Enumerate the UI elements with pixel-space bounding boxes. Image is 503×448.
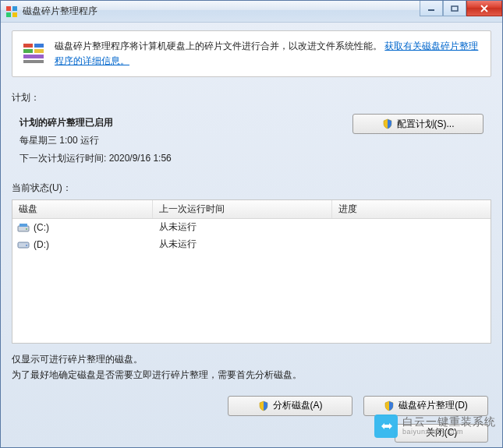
header-lastrun[interactable]: 上一次运行时间 (153, 200, 332, 218)
info-panel: 磁盘碎片整理程序将计算机硬盘上的碎片文件进行合并，以改进文件系统性能。 获取有关… (12, 30, 491, 77)
svg-rect-9 (34, 49, 44, 53)
svg-rect-13 (19, 224, 27, 227)
defragment-disk-button[interactable]: 磁盘碎片整理(D) (363, 396, 488, 416)
svg-rect-7 (34, 44, 44, 48)
disk-name: (D:) (34, 239, 49, 250)
titlebar[interactable]: 磁盘碎片整理程序 (1, 1, 502, 23)
schedule-frequency: 每星期三 1:00 运行 (19, 132, 172, 150)
watermark-logo-icon (374, 414, 398, 438)
maximize-button[interactable] (443, 1, 466, 16)
svg-rect-1 (12, 6, 17, 11)
watermark-main: 白云一键重装系统 (402, 416, 496, 428)
disk-name: (C:) (34, 222, 49, 233)
maximize-icon (451, 5, 459, 12)
analyze-button-label: 分析磁盘(A) (273, 399, 323, 412)
client-area: 磁盘碎片整理程序将计算机硬盘上的碎片文件进行合并，以改进文件系统性能。 获取有关… (1, 23, 502, 448)
table-row[interactable]: (C:) 从未运行 (12, 219, 491, 236)
shield-icon (258, 400, 269, 411)
schedule-section: 计划的碎片整理已启用 每星期三 1:00 运行 下一次计划运行时间: 2020/… (12, 114, 491, 167)
close-window-button[interactable] (466, 1, 502, 16)
schedule-label: 计划： (12, 91, 491, 104)
info-text: 磁盘碎片整理程序将计算机硬盘上的碎片文件进行合并，以改进文件系统性能。 获取有关… (55, 39, 481, 69)
configure-button-label: 配置计划(S)... (397, 118, 455, 131)
defrag-button-label: 磁盘碎片整理(D) (399, 399, 468, 412)
svg-rect-4 (428, 9, 434, 11)
schedule-next-run: 下一次计划运行时间: 2020/9/16 1:56 (19, 150, 172, 168)
window-controls (420, 1, 502, 16)
svg-rect-6 (23, 44, 33, 48)
disk-lastrun: 从未运行 (153, 220, 332, 234)
info-description: 磁盘碎片整理程序将计算机硬盘上的碎片文件进行合并，以改进文件系统性能。 (55, 41, 382, 51)
svg-rect-15 (18, 242, 29, 248)
watermark-sub: baiyunxitong.com (402, 429, 496, 436)
schedule-info: 计划的碎片整理已启用 每星期三 1:00 运行 下一次计划运行时间: 2020/… (19, 114, 172, 167)
disk-lastrun: 从未运行 (153, 238, 332, 251)
header-progress[interactable]: 进度 (332, 200, 467, 218)
note-line1: 仅显示可进行碎片整理的磁盘。 (12, 351, 491, 367)
watermark-text: 白云一键重装系统 baiyunxitong.com (402, 416, 496, 436)
header-disk[interactable]: 磁盘 (12, 200, 153, 218)
app-window: 磁盘碎片整理程序 (0, 0, 503, 448)
svg-rect-10 (23, 55, 44, 58)
svg-rect-3 (12, 12, 17, 17)
shield-icon (382, 118, 393, 129)
table-header: 磁盘 上一次运行时间 进度 (12, 200, 491, 219)
watermark: 白云一键重装系统 baiyunxitong.com (374, 414, 496, 438)
analyze-disk-button[interactable]: 分析磁盘(A) (228, 396, 352, 416)
note-line2: 为了最好地确定磁盘是否需要立即进行碎片整理，需要首先分析磁盘。 (12, 367, 491, 383)
app-icon (5, 5, 18, 18)
svg-rect-2 (6, 12, 11, 17)
minimize-button[interactable] (420, 1, 443, 16)
defrag-icon (22, 41, 47, 65)
svg-rect-0 (6, 6, 11, 11)
window-title: 磁盘碎片整理程序 (23, 5, 97, 18)
svg-point-14 (26, 228, 27, 230)
minimize-icon (427, 5, 435, 12)
action-buttons: 分析磁盘(A) 磁盘碎片整理(D) (12, 396, 491, 416)
svg-rect-11 (23, 60, 44, 63)
close-icon (480, 5, 489, 12)
svg-rect-12 (18, 226, 29, 231)
header-tail (467, 200, 491, 218)
table-row[interactable]: (D:) 从未运行 (12, 236, 491, 253)
note-text: 仅显示可进行碎片整理的磁盘。 为了最好地确定磁盘是否需要立即进行碎片整理，需要首… (12, 351, 491, 383)
schedule-title: 计划的碎片整理已启用 (19, 114, 172, 132)
shield-icon (384, 400, 395, 411)
svg-point-16 (26, 245, 27, 246)
system-drive-icon (17, 222, 30, 233)
hdd-drive-icon (17, 239, 30, 250)
disk-table: 磁盘 上一次运行时间 进度 (C:) 从未运行 (12, 199, 491, 344)
svg-rect-8 (23, 49, 33, 53)
status-label: 当前状态(U)： (12, 182, 491, 195)
configure-schedule-button[interactable]: 配置计划(S)... (352, 114, 484, 134)
svg-rect-5 (452, 6, 458, 11)
